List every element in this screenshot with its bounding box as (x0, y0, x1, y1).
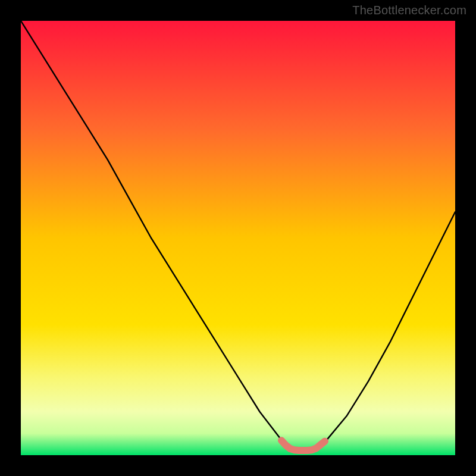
chart-frame: TheBottlenecker.com (0, 0, 476, 476)
bottleneck-chart (0, 0, 476, 476)
watermark-text: TheBottlenecker.com (352, 4, 466, 17)
plot-background-gradient (21, 21, 455, 455)
